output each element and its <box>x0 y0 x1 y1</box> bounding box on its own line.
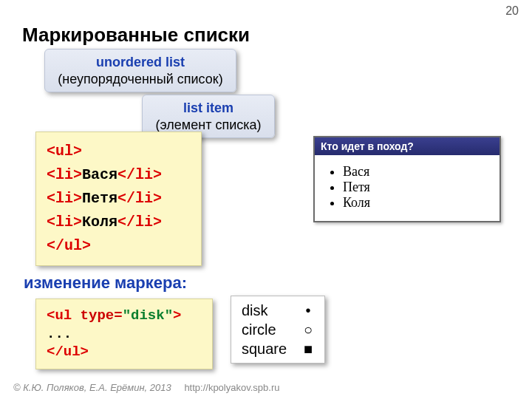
list-item: Петя <box>343 180 491 195</box>
footer-url: http://kpolyakov.spb.ru <box>184 382 279 393</box>
subsection-title: изменение маркера: <box>24 273 187 293</box>
table-row: square ■ <box>242 339 314 358</box>
preview-body: Вася Петя Коля <box>315 155 499 221</box>
callout-term: list item <box>153 100 264 117</box>
code-token: > <box>173 307 181 324</box>
browser-preview: Кто идет в поход? Вася Петя Коля <box>313 136 501 222</box>
callout-sub: (неупорядоченный список) <box>55 71 225 88</box>
code-token: </ul> <box>47 237 91 254</box>
code-token: Коля <box>82 214 117 231</box>
page-title: Маркированные списки <box>22 24 250 47</box>
code-token: </li> <box>117 166 162 183</box>
marker-label: disk <box>242 301 292 320</box>
marker-label: circle <box>242 320 292 339</box>
circle-icon: ○ <box>302 320 314 339</box>
callout-sub: (элемент списка) <box>153 117 264 134</box>
page-number: 20 <box>505 4 519 18</box>
preview-list: Вася Петя Коля <box>324 164 491 211</box>
code-token: <ul <box>47 307 81 324</box>
code-token: type= <box>81 307 123 324</box>
code-token: ... <box>47 326 72 342</box>
code-token: <ul> <box>47 143 82 160</box>
code-token: </li> <box>117 214 162 231</box>
callout-unordered-list: unordered list (неупорядоченный список) <box>44 49 236 92</box>
footer: © К.Ю. Поляков, Е.А. Ерёмин, 2013 http:/… <box>13 382 279 393</box>
footer-authors: © К.Ю. Поляков, Е.А. Ерёмин, 2013 <box>13 382 171 393</box>
marker-types-table: disk • circle ○ square ■ <box>231 296 325 364</box>
marker-label: square <box>242 339 292 358</box>
code-token: "disk" <box>123 307 173 324</box>
code-token: </ul> <box>47 344 89 360</box>
preview-titlebar: Кто идет в поход? <box>315 137 499 155</box>
list-item: Коля <box>343 195 491 211</box>
code-token: <li> <box>47 166 82 183</box>
code-token: Вася <box>82 166 117 183</box>
square-icon: ■ <box>302 339 314 358</box>
callout-term: unordered list <box>55 54 225 71</box>
code-token: </li> <box>117 190 162 207</box>
code-token: Петя <box>82 190 117 207</box>
code-sample-type: <ul type="disk"> ... </ul> <box>35 299 213 369</box>
code-token: <li> <box>47 190 82 207</box>
list-item: Вася <box>343 164 491 180</box>
code-sample-ul: <ul> <li>Вася</li> <li>Петя</li> <li>Кол… <box>35 132 202 266</box>
code-token: <li> <box>47 214 82 231</box>
table-row: disk • <box>242 301 314 320</box>
table-row: circle ○ <box>242 320 314 339</box>
disc-icon: • <box>302 301 314 320</box>
